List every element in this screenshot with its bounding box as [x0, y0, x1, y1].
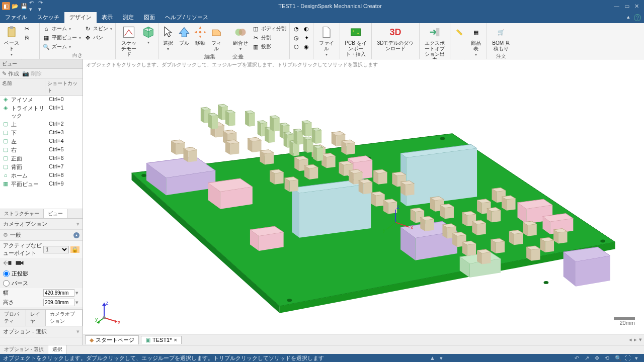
status-dropdown-icon[interactable]: ▾: [440, 355, 446, 361]
tab-help[interactable]: ヘルプ / リソース: [160, 12, 213, 23]
misc-icon-4[interactable]: ◐: [302, 24, 311, 33]
fill-button[interactable]: フィル: [209, 24, 224, 52]
pcb-3d-view[interactable]: x y z: [83, 74, 644, 331]
misc-icon-3[interactable]: ⬡: [292, 42, 301, 51]
status-pan-icon[interactable]: ✥: [595, 355, 601, 361]
status-cursor-icon[interactable]: ↗: [585, 355, 591, 361]
height-input[interactable]: [43, 299, 74, 306]
move-button[interactable]: 移動: [193, 24, 208, 47]
pull-icon: [177, 25, 191, 39]
tab-drawing[interactable]: 図面: [139, 12, 160, 23]
bom-table-button[interactable]: ▦部品表▾: [467, 24, 485, 58]
tab-dropdown[interactable]: ▾: [639, 336, 642, 343]
copy-button[interactable]: ⎘: [22, 33, 31, 42]
pcb-import-button[interactable]: PCB をインポート・挿入: [342, 24, 369, 58]
cut-button[interactable]: ✂: [22, 24, 31, 33]
file-icon: [319, 25, 334, 39]
measure-tool-button[interactable]: 📏: [452, 24, 466, 40]
close-button[interactable]: ✕: [634, 3, 639, 10]
misc-icon-6[interactable]: ◉: [302, 42, 311, 51]
status-undo-icon[interactable]: ↶: [575, 355, 581, 361]
split-button[interactable]: ✂分割: [251, 33, 287, 42]
status-more-icon[interactable]: ▾: [635, 355, 641, 361]
misc-icon-5[interactable]: ✦: [302, 33, 311, 42]
undo-icon[interactable]: ↶ ▾: [29, 2, 37, 10]
project-button[interactable]: ▥投影: [251, 42, 287, 51]
tab-measure[interactable]: 測定: [118, 12, 139, 23]
view-row[interactable]: ◈トライメトリックCtrl+1: [0, 104, 83, 120]
sketch-icon: [122, 25, 136, 39]
selection-tab[interactable]: 選択: [48, 345, 67, 354]
plan-view-button[interactable]: ▦平面ビュー▾: [42, 33, 82, 42]
status-fit-icon[interactable]: ⛶: [625, 355, 631, 361]
cube-icon: [141, 25, 155, 39]
snapshot-button[interactable]: 📷 削除: [22, 70, 42, 77]
status-zoom-icon[interactable]: 🔍: [615, 355, 621, 361]
active-viewpoint-select[interactable]: 1: [43, 246, 69, 253]
sketch-mode-button[interactable]: スケッチモード: [118, 24, 140, 58]
home-view-button[interactable]: ⌂ホーム▾: [42, 24, 82, 33]
view-row[interactable]: ▢上Ctrl+2: [0, 120, 83, 129]
tab-sketch[interactable]: スケッチ: [32, 12, 64, 23]
tab-file[interactable]: ファイル: [0, 12, 32, 23]
info-icon[interactable]: ▴: [73, 232, 79, 238]
camera-option-tab[interactable]: カメラオプション: [46, 310, 83, 326]
tab-test1[interactable]: ▣TEST1*×: [141, 336, 182, 344]
view-row[interactable]: ▢背面Ctrl+7: [0, 163, 83, 171]
view-row[interactable]: ▦平面ビューCtrl+9: [0, 180, 83, 189]
status-up-icon[interactable]: ▲: [430, 355, 436, 361]
ribbon-collapse-icon[interactable]: ▴: [623, 12, 634, 23]
zoom-button[interactable]: 🔍ズーム▾: [42, 42, 82, 51]
3d-mode-button[interactable]: ▾: [141, 24, 156, 46]
tab-nav-left[interactable]: ◂: [629, 336, 632, 343]
minimize-button[interactable]: —: [614, 3, 619, 10]
misc-icon-1[interactable]: ◔: [292, 24, 301, 33]
options-selection-tab[interactable]: オプション - 選択: [0, 345, 48, 354]
tab-start-page[interactable]: ◆スタートページ: [85, 335, 139, 344]
camera-move-icon[interactable]: [3, 259, 12, 267]
view-row[interactable]: ▢正面Ctrl+6: [0, 154, 83, 163]
maximize-button[interactable]: ▭: [624, 3, 629, 10]
status-rotate-icon[interactable]: ⟲: [605, 355, 611, 361]
misc-icon-2[interactable]: ◶: [292, 33, 301, 42]
paste-button[interactable]: ペースト ▾: [2, 24, 21, 58]
spin-button[interactable]: ↻スピン▾: [83, 24, 113, 33]
pull-button[interactable]: プル: [177, 24, 192, 47]
help-icon[interactable]: ?: [634, 14, 641, 21]
view-row[interactable]: ⌂ホームCtrl+8: [0, 171, 83, 180]
view-list: ◈アイソメCtrl+0◈トライメトリックCtrl+1▢上Ctrl+2▢下Ctrl…: [0, 96, 83, 189]
camera-icon[interactable]: [15, 259, 24, 267]
download-3d-button[interactable]: 3D3Dモデルのダウンロード: [374, 24, 417, 52]
open-icon[interactable]: 📂: [11, 2, 19, 10]
ortho-radio[interactable]: [3, 270, 10, 277]
pan-button[interactable]: ✥パン: [83, 33, 113, 42]
view-row[interactable]: ◈アイソメCtrl+0: [0, 96, 83, 104]
tab-nav-right[interactable]: ▸: [634, 336, 637, 343]
close-tab-icon[interactable]: ×: [174, 337, 177, 343]
lock-icon[interactable]: 🔒: [70, 246, 79, 253]
redo-icon[interactable]: ↷ ▾: [38, 2, 46, 10]
bom-quote-button[interactable]: 🛒BOM 見積もり: [489, 24, 513, 52]
structure-tab[interactable]: ストラクチャー: [0, 209, 44, 218]
file-button[interactable]: ファイル▾: [315, 24, 338, 58]
create-view-button[interactable]: ✎ 作成: [2, 70, 19, 77]
svg-point-33: [103, 316, 106, 319]
project-icon: ▥: [252, 43, 259, 50]
view-row[interactable]: ▢下Ctrl+3: [0, 129, 83, 137]
property-tab[interactable]: プロパティ: [0, 310, 26, 326]
layer-tab[interactable]: レイヤ: [26, 310, 45, 326]
combine-button[interactable]: 組合せ▾: [231, 24, 250, 52]
save-icon[interactable]: 💾: [20, 2, 28, 10]
view-row[interactable]: ▢左Ctrl+4: [0, 137, 83, 146]
bottom-tabs: オプション - 選択 選択: [0, 345, 644, 354]
view-row[interactable]: ▢右Ctrl+5: [0, 146, 83, 154]
tab-design[interactable]: デザイン: [64, 12, 97, 23]
width-input[interactable]: [43, 289, 74, 297]
body-split-button[interactable]: ◫ボディ分割: [251, 24, 287, 33]
perspective-radio[interactable]: [3, 280, 10, 287]
select-button[interactable]: 選択▾: [160, 24, 176, 52]
tab-display[interactable]: 表示: [97, 12, 118, 23]
canvas-area[interactable]: オブジェクトをクリックします。ダブルクリックして、エッジループを選択します。トリ…: [83, 59, 644, 345]
svg-rect-11: [16, 261, 22, 265]
view-tab[interactable]: ビュー: [44, 209, 67, 218]
